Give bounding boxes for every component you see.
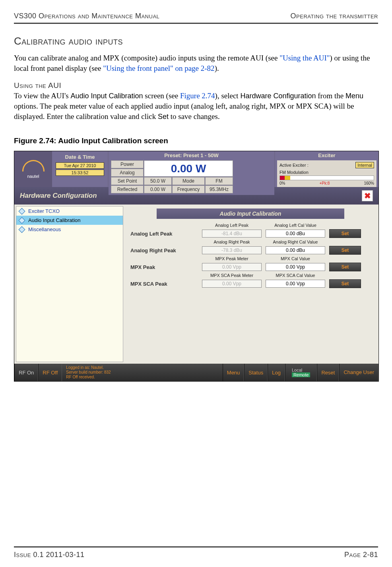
log-button[interactable]: Log — [268, 364, 285, 381]
tree-label-2: Miscellaneous — [28, 226, 61, 232]
paragraph-1: You can calibrate analog and MPX (compos… — [14, 53, 378, 73]
header-right: Operating the transmitter — [291, 12, 378, 20]
frequency-value: 95.3MHz — [205, 185, 233, 193]
tree-audio-input-calibration[interactable]: Audio Input Calibration — [16, 216, 123, 225]
p1a: You can calibrate analog and MPX (compos… — [14, 54, 279, 62]
hdr-2-2: MPX Cal Value — [266, 256, 325, 261]
p2f: from the — [316, 92, 345, 100]
row-label-0: Analog Left Peak — [130, 231, 198, 237]
hdr-0-2: Analog Left Cal Value — [266, 223, 325, 228]
reflected-label: Reflected — [111, 185, 144, 193]
p2j: to save changes. — [169, 112, 220, 121]
p2g: Menu — [345, 92, 363, 100]
main-power-value: 0.00 W — [144, 160, 233, 177]
set-button-1[interactable]: Set — [329, 246, 361, 255]
close-button[interactable]: ✖ — [362, 190, 373, 201]
set-button-3[interactable]: Set — [329, 279, 361, 288]
logo-text: nautel — [27, 174, 39, 179]
rf-off-button[interactable]: RF Off — [38, 364, 62, 381]
footer-log-text: Logged in as: Nautel. Server build numbe… — [62, 365, 222, 380]
calibration-grid: Analog Left PeakAnalog Left Cal Value An… — [125, 223, 376, 288]
change-user-button[interactable]: Change User — [339, 364, 378, 381]
mod-scale-left: 0% — [279, 181, 285, 185]
p2b: Audio Input Calibration — [70, 92, 143, 100]
rf-on-button[interactable]: RF On — [14, 364, 38, 381]
cal-input-1[interactable]: 0.00 dBu — [266, 246, 325, 254]
power-label: Power — [111, 160, 144, 168]
peak-0: -81.4 dBu — [202, 230, 262, 238]
tree-exciter-tcxo[interactable]: Exciter TCXO — [16, 207, 123, 216]
mod-scale-pk: +Pk:8 — [320, 181, 330, 185]
fm-mod-label: FM Modulation — [279, 170, 374, 175]
exciter-panel: Exciter Active Exciter : Internal FM Mod… — [275, 151, 378, 187]
mode-label: Mode — [172, 177, 205, 185]
cal-input-3[interactable]: 0.00 Vpp — [266, 280, 325, 288]
row-label-3: MPX SCA Peak — [130, 281, 198, 287]
preset-panel: Preset: Preset 1 - 50W Power 0.00 W Anal… — [109, 151, 274, 187]
p2a: To view the AUI's — [14, 92, 70, 100]
remote-label: Remote — [292, 372, 310, 377]
preset-title: Preset: Preset 1 - 50W — [109, 151, 274, 160]
local-remote-toggle[interactable]: Local Remote — [285, 364, 317, 381]
link-using-aui[interactable]: "Using the AUI" — [279, 54, 330, 62]
setpoint-value: 50.0 W — [144, 177, 172, 185]
mode-value: FM — [205, 177, 233, 185]
active-exciter-label: Active Exciter : — [279, 163, 309, 168]
frequency-label: Frequency — [172, 185, 205, 193]
peak-1: -78.3 dBu — [202, 246, 262, 254]
p2i: Set — [158, 113, 169, 121]
status-button[interactable]: Status — [244, 364, 268, 381]
footer-right: Page 2-81 — [344, 551, 378, 559]
logo-cell[interactable]: nautel — [14, 151, 52, 187]
time-value: 15:33:52 — [56, 170, 104, 176]
hw-config-title: Hardware Configuration — [20, 192, 97, 200]
p1c: ). — [215, 64, 219, 72]
active-exciter-value: Internal — [355, 162, 374, 168]
paragraph-2: To view the AUI's Audio Input Calibratio… — [14, 91, 378, 121]
hw-config-body: Exciter TCXO Audio Input Calibration Mis… — [14, 205, 378, 364]
diamond-icon — [19, 208, 25, 214]
link-figure[interactable]: Figure 2.74 — [180, 92, 215, 100]
figure-caption: Figure 2.74: Audio Input Calibration scr… — [14, 136, 378, 145]
link-using-front-panel[interactable]: "Using the front panel" on page 2-82 — [103, 64, 214, 72]
setpoint-label: Set Point — [111, 177, 144, 185]
menu-button[interactable]: Menu — [223, 364, 245, 381]
reset-button[interactable]: Reset — [317, 364, 339, 381]
exciter-title: Exciter — [277, 151, 376, 160]
row-label-1: Analog Right Peak — [130, 247, 198, 253]
tree-miscellaneous[interactable]: Miscellaneous — [16, 225, 123, 234]
nautel-logo-icon — [22, 160, 45, 171]
analog-label: Analog — [111, 169, 144, 177]
cal-input-2[interactable]: 0.00 Vpp — [266, 263, 325, 271]
p2c: screen (see — [143, 92, 180, 100]
set-button-2[interactable]: Set — [329, 263, 361, 271]
header-left: VS300 Operations and Maintenance Manual — [14, 12, 159, 20]
fm-mod-meter — [279, 175, 374, 180]
subsection-heading: Using the AUI — [14, 81, 378, 90]
hdr-3-2: MPX SCA Cal Value — [266, 273, 325, 278]
hw-right-pane: Audio Input Calibration Analog Left Peak… — [125, 206, 376, 362]
footer-left: Issue 0.1 2011-03-11 — [14, 551, 85, 559]
diamond-icon — [19, 217, 25, 224]
peak-2: 0.00 Vpp — [202, 263, 262, 271]
datetime-title: Date & Time — [54, 153, 106, 162]
diamond-icon — [19, 226, 25, 233]
p2d: ), select — [215, 92, 241, 100]
set-button-0[interactable]: Set — [329, 229, 361, 238]
reflected-value: 0.00 W — [144, 185, 172, 193]
page-header: VS300 Operations and Maintenance Manual … — [14, 12, 378, 24]
local-label: Local — [292, 368, 310, 372]
aui-screenshot: nautel Date & Time Tue Apr 27 2010 15:33… — [14, 151, 379, 382]
hdr-3-1: MPX SCA Peak Meter — [202, 273, 262, 278]
aic-title: Audio Input Calibration — [157, 208, 344, 219]
hdr-2-1: MPX Peak Meter — [202, 256, 262, 261]
cal-input-0[interactable]: 0.00 dBu — [266, 230, 325, 238]
section-heading: Calibrating audio inputs — [14, 35, 378, 47]
tree-label-1: Audio Input Calibration — [28, 217, 81, 223]
log-line-2: Server build number: 832 — [66, 370, 218, 375]
mod-scale-right: 160% — [364, 181, 374, 185]
aui-footer: RF On RF Off Logged in as: Nautel. Serve… — [14, 364, 378, 381]
log-line-1: Logged in as: Nautel. — [66, 365, 218, 370]
date-value: Tue Apr 27 2010 — [56, 162, 104, 169]
tree-label-0: Exciter TCXO — [28, 208, 60, 214]
